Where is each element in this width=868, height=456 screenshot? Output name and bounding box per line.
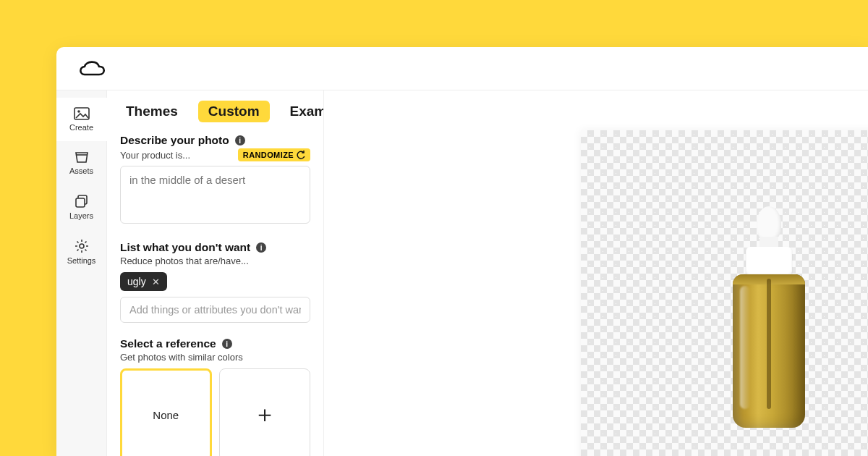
describe-title-text: Describe your photo [120, 134, 229, 147]
refresh-icon [297, 151, 305, 159]
chip-label: ugly [127, 276, 146, 287]
svg-rect-3 [76, 198, 85, 207]
sidebar-item-layers[interactable]: Layers [56, 185, 107, 229]
info-icon[interactable]: i [222, 339, 232, 349]
reference-title-text: Select a reference [120, 337, 216, 350]
product-image[interactable] [726, 206, 812, 431]
control-panel: Themes Custom Examples Describe your pho… [107, 90, 324, 456]
gear-icon [75, 239, 89, 253]
negative-title-text: List what you don't want [120, 241, 250, 254]
describe-hint: Your product is... [120, 150, 190, 161]
tab-custom[interactable]: Custom [198, 101, 270, 122]
negative-title: List what you don't want i [120, 241, 310, 254]
sidebar-item-label: Settings [67, 256, 96, 265]
negative-input[interactable] [120, 297, 310, 323]
negative-chips: ugly ✕ [120, 272, 310, 291]
sidebar: Create Assets Layers [56, 90, 107, 456]
app-body: Create Assets Layers [56, 90, 868, 456]
negative-hint: Reduce photos that are/have... [120, 256, 310, 266]
tab-examples[interactable]: Examples [284, 101, 324, 122]
tab-themes[interactable]: Themes [120, 101, 184, 122]
svg-point-1 [77, 110, 80, 113]
reference-none-label: None [153, 409, 179, 421]
randomize-button[interactable]: RANDOMIZE [238, 148, 310, 161]
app-logo [77, 59, 107, 79]
reference-none[interactable]: None [120, 368, 212, 456]
sidebar-item-assets[interactable]: Assets [56, 141, 107, 185]
image-icon [74, 107, 90, 120]
reference-add[interactable]: ＋ [219, 368, 310, 456]
sidebar-item-create[interactable]: Create [56, 98, 107, 141]
bin-icon [74, 151, 90, 164]
product-canvas[interactable] [581, 130, 868, 456]
cloud-icon [77, 59, 107, 79]
app-window: Create Assets Layers [56, 47, 868, 456]
sidebar-item-label: Layers [69, 211, 93, 220]
randomize-label: RANDOMIZE [243, 151, 294, 159]
close-icon[interactable]: ✕ [152, 276, 160, 287]
layers-icon [75, 194, 89, 208]
svg-point-4 [80, 244, 84, 248]
info-icon[interactable]: i [235, 135, 245, 145]
topbar [56, 47, 868, 90]
plus-icon: ＋ [253, 399, 276, 431]
reference-title: Select a reference i [120, 337, 310, 350]
sidebar-item-label: Create [69, 123, 93, 132]
tabs: Themes Custom Examples [120, 101, 310, 122]
info-icon[interactable]: i [256, 242, 266, 253]
describe-title: Describe your photo i [120, 134, 310, 147]
reference-grid: None ＋ [120, 368, 310, 456]
negative-chip[interactable]: ugly ✕ [120, 272, 167, 291]
sidebar-item-label: Assets [69, 166, 93, 175]
canvas-area [324, 90, 868, 456]
reference-hint: Get photos with similar colors [120, 352, 310, 363]
describe-input[interactable] [120, 166, 310, 224]
sidebar-item-settings[interactable]: Settings [56, 229, 107, 274]
